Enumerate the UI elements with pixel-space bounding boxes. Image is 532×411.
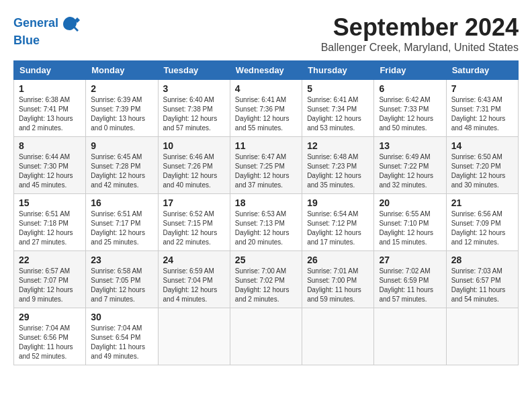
calendar-day-cell: 30 Sunrise: 7:04 AM Sunset: 6:54 PM Dayl… (86, 308, 158, 365)
calendar-day-cell: 3 Sunrise: 6:40 AM Sunset: 7:38 PM Dayli… (158, 80, 230, 137)
day-number: 1 (19, 83, 81, 94)
day-info: Sunrise: 6:39 AM Sunset: 7:39 PM Dayligh… (91, 95, 152, 133)
calendar-day-cell: 13 Sunrise: 6:49 AM Sunset: 7:22 PM Dayl… (374, 137, 446, 194)
day-number: 27 (379, 255, 441, 265)
day-number: 6 (379, 83, 441, 94)
day-number: 8 (19, 140, 81, 151)
day-number: 17 (163, 197, 225, 208)
day-info: Sunrise: 6:50 AM Sunset: 7:20 PM Dayligh… (451, 152, 513, 190)
day-info: Sunrise: 6:57 AM Sunset: 7:07 PM Dayligh… (19, 267, 81, 304)
day-number: 20 (379, 197, 441, 208)
day-info: Sunrise: 6:58 AM Sunset: 7:05 PM Dayligh… (91, 267, 152, 304)
calendar-day-cell: 20 Sunrise: 6:55 AM Sunset: 7:10 PM Dayl… (374, 194, 446, 251)
day-info: Sunrise: 6:54 AM Sunset: 7:12 PM Dayligh… (307, 210, 369, 247)
day-info: Sunrise: 7:04 AM Sunset: 6:54 PM Dayligh… (91, 324, 152, 361)
day-number: 28 (451, 255, 513, 265)
day-number: 9 (91, 140, 152, 151)
day-info: Sunrise: 6:51 AM Sunset: 7:18 PM Dayligh… (19, 210, 81, 247)
day-info: Sunrise: 6:42 AM Sunset: 7:33 PM Dayligh… (379, 95, 441, 133)
calendar-day-cell (302, 308, 374, 365)
day-info: Sunrise: 6:46 AM Sunset: 7:26 PM Dayligh… (163, 152, 225, 190)
calendar-header-thursday: Thursday (302, 61, 374, 80)
title-section: September 2024 Ballenger Creek, Maryland… (321, 13, 519, 54)
day-info: Sunrise: 6:53 AM Sunset: 7:13 PM Dayligh… (235, 210, 297, 247)
calendar-day-cell: 17 Sunrise: 6:52 AM Sunset: 7:15 PM Dayl… (158, 194, 230, 251)
day-number: 30 (91, 312, 152, 322)
calendar-day-cell: 21 Sunrise: 6:56 AM Sunset: 7:09 PM Dayl… (446, 194, 518, 251)
header: General Blue September 2024 Ballenger Cr… (13, 13, 519, 54)
calendar-day-cell (230, 308, 302, 365)
location-title: Ballenger Creek, Maryland, United States (321, 42, 519, 54)
calendar-day-cell: 8 Sunrise: 6:44 AM Sunset: 7:30 PM Dayli… (14, 137, 86, 194)
day-info: Sunrise: 6:47 AM Sunset: 7:25 PM Dayligh… (235, 152, 297, 190)
calendar-day-cell: 14 Sunrise: 6:50 AM Sunset: 7:20 PM Dayl… (446, 137, 518, 194)
calendar-day-cell: 25 Sunrise: 7:00 AM Sunset: 7:02 PM Dayl… (230, 251, 302, 308)
day-info: Sunrise: 6:52 AM Sunset: 7:15 PM Dayligh… (163, 210, 225, 247)
calendar-day-cell (446, 308, 518, 365)
day-number: 15 (19, 197, 81, 208)
calendar-week-row: 8 Sunrise: 6:44 AM Sunset: 7:30 PM Dayli… (14, 137, 519, 194)
day-info: Sunrise: 6:41 AM Sunset: 7:36 PM Dayligh… (235, 95, 297, 133)
calendar-day-cell: 11 Sunrise: 6:47 AM Sunset: 7:25 PM Dayl… (230, 137, 302, 194)
calendar-header-friday: Friday (374, 61, 446, 80)
calendar-day-cell (374, 308, 446, 365)
day-info: Sunrise: 7:01 AM Sunset: 7:00 PM Dayligh… (307, 267, 369, 304)
day-info: Sunrise: 6:55 AM Sunset: 7:10 PM Dayligh… (379, 210, 441, 247)
day-info: Sunrise: 7:03 AM Sunset: 6:57 PM Dayligh… (451, 267, 513, 304)
day-number: 22 (19, 255, 81, 265)
logo: General Blue (13, 13, 80, 48)
calendar-header-monday: Monday (86, 61, 158, 80)
calendar-week-row: 29 Sunrise: 7:04 AM Sunset: 6:56 PM Dayl… (14, 308, 519, 365)
day-info: Sunrise: 7:04 AM Sunset: 6:56 PM Dayligh… (19, 324, 81, 361)
calendar-day-cell: 23 Sunrise: 6:58 AM Sunset: 7:05 PM Dayl… (86, 251, 158, 308)
day-info: Sunrise: 6:43 AM Sunset: 7:31 PM Dayligh… (451, 95, 513, 133)
day-info: Sunrise: 7:00 AM Sunset: 7:02 PM Dayligh… (235, 267, 297, 304)
day-info: Sunrise: 6:45 AM Sunset: 7:28 PM Dayligh… (91, 152, 152, 190)
calendar-day-cell: 2 Sunrise: 6:39 AM Sunset: 7:39 PM Dayli… (86, 80, 158, 137)
calendar-day-cell: 5 Sunrise: 6:41 AM Sunset: 7:34 PM Dayli… (302, 80, 374, 137)
day-info: Sunrise: 6:38 AM Sunset: 7:41 PM Dayligh… (19, 95, 81, 133)
day-number: 24 (163, 255, 225, 265)
day-number: 4 (235, 83, 297, 94)
day-number: 19 (307, 197, 369, 208)
day-number: 26 (307, 255, 369, 265)
calendar-day-cell: 26 Sunrise: 7:01 AM Sunset: 7:00 PM Dayl… (302, 251, 374, 308)
day-info: Sunrise: 6:41 AM Sunset: 7:34 PM Dayligh… (307, 95, 369, 133)
calendar-day-cell: 27 Sunrise: 7:02 AM Sunset: 6:59 PM Dayl… (374, 251, 446, 308)
day-info: Sunrise: 6:49 AM Sunset: 7:22 PM Dayligh… (379, 152, 441, 190)
day-number: 25 (235, 255, 297, 265)
day-number: 23 (91, 255, 152, 265)
day-info: Sunrise: 6:51 AM Sunset: 7:17 PM Dayligh… (91, 210, 152, 247)
calendar-day-cell: 4 Sunrise: 6:41 AM Sunset: 7:36 PM Dayli… (230, 80, 302, 137)
calendar-day-cell: 18 Sunrise: 6:53 AM Sunset: 7:13 PM Dayl… (230, 194, 302, 251)
day-number: 11 (235, 140, 297, 151)
logo-icon (60, 13, 80, 34)
logo-text: General Blue (13, 13, 80, 48)
day-number: 3 (163, 83, 225, 94)
calendar-header-row: SundayMondayTuesdayWednesdayThursdayFrid… (14, 61, 519, 80)
calendar-day-cell: 6 Sunrise: 6:42 AM Sunset: 7:33 PM Dayli… (374, 80, 446, 137)
calendar-header-saturday: Saturday (446, 61, 518, 80)
calendar-day-cell: 12 Sunrise: 6:48 AM Sunset: 7:23 PM Dayl… (302, 137, 374, 194)
day-number: 13 (379, 140, 441, 151)
day-number: 21 (451, 197, 513, 208)
calendar-day-cell: 15 Sunrise: 6:51 AM Sunset: 7:18 PM Dayl… (14, 194, 86, 251)
calendar-day-cell: 7 Sunrise: 6:43 AM Sunset: 7:31 PM Dayli… (446, 80, 518, 137)
day-number: 18 (235, 197, 297, 208)
day-number: 5 (307, 83, 369, 94)
day-info: Sunrise: 6:40 AM Sunset: 7:38 PM Dayligh… (163, 95, 225, 133)
calendar-day-cell: 28 Sunrise: 7:03 AM Sunset: 6:57 PM Dayl… (446, 251, 518, 308)
calendar-day-cell: 1 Sunrise: 6:38 AM Sunset: 7:41 PM Dayli… (14, 80, 86, 137)
month-title: September 2024 (321, 13, 519, 42)
day-info: Sunrise: 6:48 AM Sunset: 7:23 PM Dayligh… (307, 152, 369, 190)
day-info: Sunrise: 6:56 AM Sunset: 7:09 PM Dayligh… (451, 210, 513, 247)
day-info: Sunrise: 6:59 AM Sunset: 7:04 PM Dayligh… (163, 267, 225, 304)
calendar-week-row: 22 Sunrise: 6:57 AM Sunset: 7:07 PM Dayl… (14, 251, 519, 308)
calendar-day-cell: 9 Sunrise: 6:45 AM Sunset: 7:28 PM Dayli… (86, 137, 158, 194)
calendar-day-cell: 22 Sunrise: 6:57 AM Sunset: 7:07 PM Dayl… (14, 251, 86, 308)
day-info: Sunrise: 7:02 AM Sunset: 6:59 PM Dayligh… (379, 267, 441, 304)
calendar-day-cell: 29 Sunrise: 7:04 AM Sunset: 6:56 PM Dayl… (14, 308, 86, 365)
day-info: Sunrise: 6:44 AM Sunset: 7:30 PM Dayligh… (19, 152, 81, 190)
day-number: 29 (19, 312, 81, 322)
calendar-day-cell: 24 Sunrise: 6:59 AM Sunset: 7:04 PM Dayl… (158, 251, 230, 308)
